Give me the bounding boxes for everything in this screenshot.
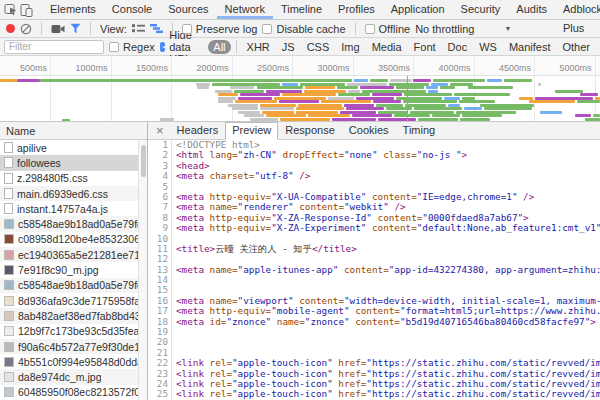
waterfall-bar <box>386 107 412 110</box>
waterfall-bar <box>235 100 277 103</box>
clear-icon[interactable] <box>20 23 32 35</box>
filter-pill-xhr[interactable]: XHR <box>242 40 275 54</box>
capture-screenshots-icon[interactable] <box>51 24 65 34</box>
preview-code-view[interactable]: 1234567891011121314151617181920212223242… <box>148 140 600 400</box>
filter-pill-font[interactable]: Font <box>409 40 441 54</box>
requests-scrollbar[interactable] <box>138 140 147 400</box>
main-tab-console[interactable]: Console <box>104 0 160 19</box>
regex-checkbox[interactable]: Regex <box>109 41 155 53</box>
scrollbar-thumb[interactable] <box>141 145 146 177</box>
request-row[interactable]: apilive <box>0 140 138 155</box>
request-row[interactable]: c58548ae9b18ad0a5e79fe4e... <box>0 278 138 293</box>
waterfall-bar <box>332 118 376 121</box>
document-icon <box>4 173 13 184</box>
request-row[interactable]: 8ab482aef38ed7fab8bd4314... <box>0 308 138 323</box>
waterfall-bar <box>593 114 600 117</box>
main-tab-profiles[interactable]: Profiles <box>330 0 383 19</box>
view-label: View: <box>100 23 127 35</box>
ruler-gridline <box>595 56 596 75</box>
request-row[interactable]: main.d6939ed6.css <box>0 186 138 201</box>
waterfall-bar <box>280 118 330 121</box>
request-row[interactable]: instant.14757a4a.js <box>0 201 138 216</box>
waterfall-bar <box>197 86 209 89</box>
request-row[interactable]: 4b551c0f994e95848d0dda09... <box>0 354 138 369</box>
source-code: <!DOCTYPE html><html lang="zh-CN" dropEf… <box>172 140 600 400</box>
waterfall-bar <box>580 93 598 96</box>
details-tab-headers[interactable]: Headers <box>170 122 226 139</box>
request-row[interactable]: 12b9f7c173be93c5d35fea2d... <box>0 324 138 339</box>
waterfall-bar <box>40 79 352 82</box>
filter-pill-all[interactable]: All <box>208 40 230 54</box>
request-row[interactable]: da8e974dc_m.jpg <box>0 369 138 384</box>
waterfall-bar <box>372 93 402 96</box>
code-line <box>176 337 600 347</box>
request-name: followees <box>17 157 61 169</box>
requests-list-panel: Name apilivefolloweesz.298480f5.cssmain.… <box>0 122 148 400</box>
filter-pill-ws[interactable]: WS <box>474 40 502 54</box>
main-tab-elements[interactable]: Elements <box>42 0 104 19</box>
record-network-log-icon[interactable] <box>6 24 15 33</box>
ruler-gridline <box>171 56 172 75</box>
code-line <box>176 327 600 337</box>
waterfall-bar <box>413 79 431 82</box>
filter-pill-js[interactable]: JS <box>277 40 300 54</box>
request-row[interactable]: c58548ae9b18ad0a5e79fe4e... <box>0 216 138 231</box>
filter-input[interactable] <box>4 40 104 54</box>
ruler-tick-label: 4500ms <box>499 63 531 73</box>
disable-cache-checkbox[interactable]: Disable cache <box>262 23 345 35</box>
request-row[interactable]: 7e91f8c90_m.jpg <box>0 262 138 277</box>
checkbox-icon[interactable] <box>160 42 165 52</box>
details-tab-cookies[interactable]: Cookies <box>342 122 396 139</box>
request-row[interactable]: 60485950f08ec8213572f0e7... <box>0 385 138 400</box>
filter-pill-other[interactable]: Other <box>557 40 595 54</box>
device-toolbar-icon[interactable] <box>20 2 33 18</box>
main-tab-sources[interactable]: Sources <box>160 0 216 19</box>
ruler-gridline <box>111 56 112 75</box>
ruler-gridline <box>474 56 475 75</box>
request-row[interactable]: 8d936afa9c3de7175958fae5... <box>0 293 138 308</box>
requests-list-body: apilivefolloweesz.298480f5.cssmain.d6939… <box>0 140 147 400</box>
details-tab-preview[interactable]: Preview <box>225 122 278 140</box>
filter-pill-media[interactable]: Media <box>367 40 407 54</box>
waterfall-bar <box>577 100 600 103</box>
filter-funnel-icon[interactable] <box>70 23 81 34</box>
waterfall-bar <box>373 100 401 103</box>
checkbox-icon[interactable] <box>182 24 192 34</box>
details-tab-response[interactable]: Response <box>278 122 342 139</box>
filter-pill-doc[interactable]: Doc <box>443 40 473 54</box>
ruler-gridline <box>413 56 414 75</box>
waterfall-bar <box>282 93 336 96</box>
details-tab-timing[interactable]: Timing <box>396 122 443 139</box>
waterfall-bar <box>426 86 438 89</box>
main-tab-timeline[interactable]: Timeline <box>273 0 330 19</box>
waterfall-overview[interactable] <box>0 76 600 122</box>
filter-pill-img[interactable]: Img <box>336 40 364 54</box>
offline-checkbox[interactable]: Offline <box>365 23 411 35</box>
main-tab-security[interactable]: Security <box>453 0 509 19</box>
request-row[interactable]: z.298480f5.css <box>0 171 138 186</box>
inspect-element-icon[interactable] <box>4 2 18 18</box>
request-name: z.298480f5.css <box>17 172 88 184</box>
checkbox-icon[interactable] <box>262 24 272 34</box>
document-icon <box>4 188 13 199</box>
view-list-icon[interactable] <box>132 23 145 34</box>
checkbox-icon[interactable] <box>109 42 119 52</box>
request-row[interactable]: ec1940365a5e21281ee71856... <box>0 247 138 262</box>
name-column-header[interactable]: Name <box>0 122 147 140</box>
waterfall-bar <box>360 86 394 89</box>
throttling-select[interactable]: No throttling ▼ <box>415 23 511 35</box>
request-name: 7e91f8c90_m.jpg <box>18 264 99 276</box>
document-icon <box>4 157 13 168</box>
request-row[interactable]: f90a6c4b572a77e9f30de153... <box>0 339 138 354</box>
main-tab-network[interactable]: Network <box>217 0 273 19</box>
main-tab-adblock-plus[interactable]: Adblock Plus <box>555 0 600 19</box>
main-tab-application[interactable]: Application <box>383 0 453 19</box>
request-row[interactable]: followees <box>0 155 138 170</box>
filter-pill-css[interactable]: CSS <box>302 40 335 54</box>
waterfall-bar <box>244 114 264 117</box>
main-tab-audits[interactable]: Audits <box>508 0 555 19</box>
filter-pill-manifest[interactable]: Manifest <box>504 40 556 54</box>
request-row[interactable]: c08958d120be4e853230649... <box>0 232 138 247</box>
checkbox-icon[interactable] <box>365 24 375 34</box>
close-details-icon[interactable]: × <box>150 123 170 139</box>
